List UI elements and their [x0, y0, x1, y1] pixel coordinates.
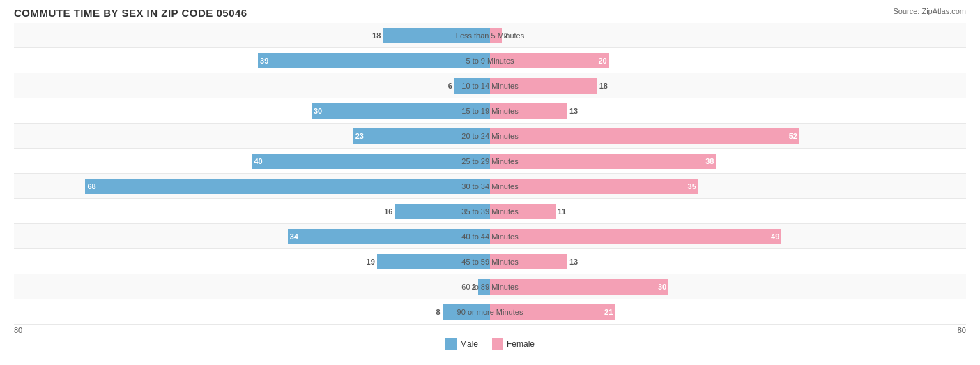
- male-value: 8: [436, 308, 441, 316]
- female-value: 13: [569, 107, 578, 115]
- female-value: 2: [504, 31, 508, 40]
- right-section: 11: [490, 199, 966, 224]
- bar-row: 39 5 to 9 Minutes 20: [14, 48, 966, 73]
- female-value: 13: [569, 258, 578, 266]
- right-section: 49: [490, 224, 966, 249]
- bar-row: 30 15 to 19 Minutes 13: [14, 98, 966, 124]
- left-section: 2: [14, 274, 490, 299]
- right-section: 30: [490, 274, 966, 299]
- chart-row: 39 5 to 9 Minutes 20: [14, 48, 966, 73]
- right-section: 35: [490, 174, 966, 199]
- bars-area: 18 Less than 5 Minutes 2 39 5 to 9 Minut…: [14, 23, 966, 325]
- chart-row: 8 90 or more Minutes 21: [14, 299, 966, 325]
- right-section: 52: [490, 124, 966, 149]
- male-bar: 39: [258, 53, 490, 68]
- left-section: 19: [14, 249, 490, 274]
- female-value: 30: [658, 283, 666, 291]
- female-bar: 52: [490, 128, 799, 144]
- female-bar: 49: [490, 229, 781, 244]
- male-value: 30: [314, 107, 322, 115]
- female-bar: 11: [490, 204, 556, 219]
- chart-container: COMMUTE TIME BY SEX IN ZIP CODE 05046 So…: [0, 0, 980, 365]
- male-value: 19: [367, 258, 375, 266]
- chart-row: 34 40 to 44 Minutes 49: [14, 224, 966, 249]
- male-bar: 18: [383, 28, 490, 43]
- chart-row: 19 45 to 59 Minutes 13: [14, 249, 966, 274]
- female-value: 20: [599, 57, 607, 65]
- female-value: 11: [558, 207, 566, 216]
- bar-row: 68 30 to 34 Minutes 35: [14, 174, 966, 199]
- female-bar: 30: [490, 279, 668, 295]
- bar-row: 19 45 to 59 Minutes 13: [14, 249, 966, 274]
- bar-row: 34 40 to 44 Minutes 49: [14, 224, 966, 249]
- left-section: 40: [14, 149, 490, 174]
- bar-row: 40 25 to 29 Minutes 38: [14, 149, 966, 174]
- bar-row: 6 10 to 14 Minutes 18: [14, 73, 966, 98]
- chart-row: 2 60 to 89 Minutes 30: [14, 274, 966, 299]
- male-legend-label: Male: [460, 339, 478, 349]
- chart-row: 30 15 to 19 Minutes 13: [14, 98, 966, 124]
- female-bar: 13: [490, 103, 567, 119]
- chart-row: 6 10 to 14 Minutes 18: [14, 73, 966, 98]
- female-legend-box: [492, 338, 503, 350]
- male-bar: 30: [312, 103, 490, 119]
- female-bar: 20: [490, 53, 609, 68]
- left-section: 6: [14, 73, 490, 98]
- bar-row: 18 Less than 5 Minutes 2: [14, 23, 966, 48]
- male-value: 16: [384, 207, 392, 216]
- right-section: 13: [490, 98, 966, 124]
- male-bar: 23: [353, 128, 490, 144]
- source-label: Source: ZipAtlas.com: [893, 7, 966, 15]
- male-value: 2: [472, 283, 476, 291]
- male-value: 40: [254, 157, 263, 165]
- male-value: 68: [87, 182, 95, 191]
- female-value: 18: [599, 82, 608, 90]
- female-value: 38: [705, 157, 714, 165]
- left-section: 30: [14, 98, 490, 124]
- left-section: 8: [14, 299, 490, 325]
- male-value: 39: [260, 57, 268, 65]
- right-section: 2: [490, 23, 966, 48]
- axis-left: 80: [14, 326, 22, 334]
- right-section: 38: [490, 149, 966, 174]
- left-section: 18: [14, 23, 490, 48]
- male-value: 6: [448, 82, 452, 90]
- legend: Male Female: [14, 338, 966, 350]
- legend-female: Female: [492, 338, 535, 350]
- right-section: 21: [490, 299, 966, 325]
- bar-row: 23 20 to 24 Minutes 52: [14, 124, 966, 149]
- chart-row: 16 35 to 39 Minutes 11: [14, 199, 966, 224]
- female-bar: 13: [490, 254, 567, 269]
- female-legend-label: Female: [507, 339, 535, 349]
- female-bar: 2: [490, 28, 502, 43]
- bar-row: 8 90 or more Minutes 21: [14, 299, 966, 325]
- male-bar: 19: [377, 254, 490, 269]
- left-section: 39: [14, 48, 490, 73]
- chart-row: 23 20 to 24 Minutes 52: [14, 124, 966, 149]
- male-bar: 34: [288, 229, 490, 244]
- left-section: 34: [14, 224, 490, 249]
- female-bar: 21: [490, 304, 615, 320]
- male-bar: 6: [454, 78, 490, 94]
- female-bar: 35: [490, 179, 698, 194]
- male-bar: 2: [478, 279, 490, 295]
- legend-male: Male: [445, 338, 478, 350]
- male-bar: 40: [252, 154, 491, 169]
- left-section: 68: [14, 174, 490, 199]
- left-section: 23: [14, 124, 490, 149]
- male-bar: 8: [443, 304, 490, 320]
- right-section: 20: [490, 48, 966, 73]
- male-value: 34: [290, 232, 298, 241]
- axis-labels: 80 80: [14, 326, 966, 334]
- right-section: 13: [490, 249, 966, 274]
- female-value: 21: [604, 308, 613, 316]
- male-bar: 16: [395, 204, 490, 219]
- female-bar: 38: [490, 154, 716, 169]
- chart-title: COMMUTE TIME BY SEX IN ZIP CODE 05046: [14, 7, 966, 19]
- bar-row: 2 60 to 89 Minutes 30: [14, 274, 966, 299]
- right-section: 18: [490, 73, 966, 98]
- chart-row: 40 25 to 29 Minutes 38: [14, 149, 966, 174]
- female-bar: 18: [490, 78, 597, 94]
- chart-row: 18 Less than 5 Minutes 2: [14, 23, 966, 48]
- chart-row: 68 30 to 34 Minutes 35: [14, 174, 966, 199]
